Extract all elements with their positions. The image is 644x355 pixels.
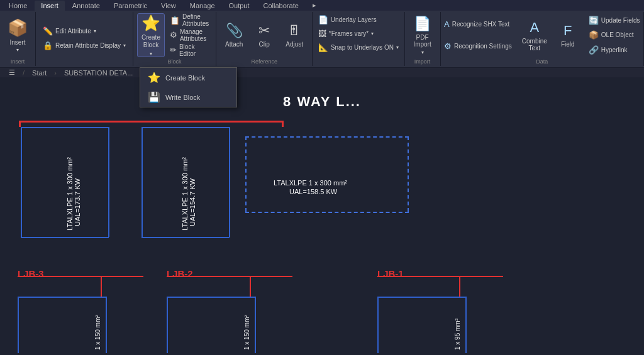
define-attr-label: DefineAttributes <box>182 13 209 27</box>
dropdown-create-block[interactable]: ⭐ Create Block <box>140 68 236 87</box>
ljb2-v <box>250 276 251 298</box>
dashed-bottom <box>245 212 409 213</box>
ljb3-v <box>101 276 102 298</box>
shx-icon: A <box>444 19 450 29</box>
group-underlay: 📄 Underlay Layers 🖼 *Frames vary* ▾ 📐 Sn… <box>313 12 404 66</box>
vblue-ljb2-l <box>167 297 168 353</box>
vblue-3 <box>142 127 143 237</box>
hblue-ljb3-t <box>18 297 106 298</box>
tab-parametric[interactable]: Parametric <box>108 1 153 11</box>
snap-underlays-label: Snap to Underlays ON <box>331 44 394 51</box>
retain-attr-icon: 🔒 <box>43 41 53 50</box>
tab-more[interactable]: ▸ <box>306 0 323 11</box>
group-import: 📄 PDFImport ▾ Import <box>405 12 441 66</box>
adjust-button[interactable]: 🎚 Adjust <box>280 13 308 57</box>
breadcrumb-start[interactable]: Start <box>28 68 50 77</box>
red-top-line <box>19 121 283 123</box>
retain-attribute-button[interactable]: 🔒 Retain Attribute Display ▾ <box>40 40 129 52</box>
edit-attribute-label: Edit Attribute <box>55 28 91 35</box>
dashed-top <box>245 136 409 138</box>
tab-collaborate[interactable]: Collaborate <box>257 1 305 11</box>
snap-icon: 📐 <box>318 43 328 52</box>
hblue-1a <box>21 127 109 128</box>
vblue-ljb1-r <box>465 297 467 353</box>
insert-icon: 📦 <box>8 18 28 38</box>
vblue-1 <box>21 127 22 237</box>
group-data-label: Data <box>445 58 640 65</box>
field-button[interactable]: F Field <box>554 13 582 57</box>
manage-attr-icon: ⚙ <box>170 30 177 40</box>
drawing-canvas[interactable]: 8 WAY L... LTALXLPE 1 x 300 mm² UAL=173.… <box>0 86 644 355</box>
combine-text-label: CombineText <box>522 38 547 52</box>
manage-attributes-button[interactable]: ⚙ ManageAttributes <box>167 29 212 41</box>
ribbon-tab-row: Home Insert Annotate Parametric View Man… <box>0 0 644 11</box>
combine-text-button[interactable]: A CombineText <box>519 13 550 57</box>
attach-button[interactable]: 📎 Attach <box>220 13 248 57</box>
ribbon: Home Insert Annotate Parametric View Man… <box>0 0 644 72</box>
recognition-settings-button[interactable]: ⚙ Recognition Settings <box>441 40 515 53</box>
define-attributes-button[interactable]: 📋 DefineAttributes <box>167 14 212 26</box>
tab-output[interactable]: Output <box>223 1 256 11</box>
pdf-import-button[interactable]: 📄 PDFImport ▾ <box>409 13 436 57</box>
breadcrumb-current[interactable]: SUBSTATION DETA... <box>60 68 136 77</box>
group-data: A Recognize SHX Text ⚙ Recognition Setti… <box>441 12 644 66</box>
frames-icon: 🖼 <box>318 29 326 38</box>
ole-object-button[interactable]: 📦 OLE Object <box>586 29 643 41</box>
recognize-shx-button[interactable]: A Recognize SHX Text <box>441 18 515 30</box>
block-small-buttons: 📋 DefineAttributes ⚙ ManageAttributes ✏ … <box>167 13 212 57</box>
dropdown-write-block[interactable]: 💾 Write Block <box>140 87 236 107</box>
block-dropdown-menu: ⭐ Create Block 💾 Write Block <box>140 67 237 107</box>
vblue-4 <box>229 127 230 237</box>
recognize-shx-label: Recognize SHX Text <box>452 21 510 28</box>
clip-label: Clip <box>259 41 270 48</box>
vblue-2 <box>108 127 109 237</box>
vblue-ljb1-l <box>377 297 379 353</box>
group-block: ⭐ CreateBlock ▾ 📋 DefineAttributes ⚙ Man… <box>133 12 216 66</box>
combine-icon: A <box>530 19 539 36</box>
label-ljb3: LJB-3 <box>18 268 44 279</box>
dropdown-write-label: Write Block <box>165 94 200 101</box>
hblue-ljb2-t <box>167 297 255 298</box>
field-label: Field <box>561 41 575 48</box>
frames-vary-label: *Frames vary* <box>329 30 369 37</box>
pdf-icon: 📄 <box>414 16 431 32</box>
drawing-title: 8 WAY L... <box>283 94 361 110</box>
menu-icon[interactable]: ☰ <box>5 68 19 77</box>
field-icon: F <box>564 23 572 39</box>
insert-button[interactable]: 📦 Insert ▾ <box>3 13 33 57</box>
hyperlink-button[interactable]: 🔗 Hyperlink <box>586 44 643 57</box>
create-block-icon: ⭐ <box>142 14 160 32</box>
insert-label: Insert <box>9 39 25 46</box>
tab-view[interactable]: View <box>155 1 182 11</box>
vblue-ljb3-r <box>106 297 107 353</box>
frames-vary-button[interactable]: 🖼 *Frames vary* ▾ <box>315 27 377 40</box>
create-block-label: CreateBlock <box>142 34 160 49</box>
dropdown-write-icon: 💾 <box>148 91 160 103</box>
red-right-line <box>282 121 284 127</box>
tab-annotate[interactable]: Annotate <box>66 1 106 11</box>
edit-attribute-button[interactable]: ✏️ Edit Attribute ▾ <box>40 25 99 38</box>
clip-button[interactable]: ✂ Clip <box>250 13 278 57</box>
vblue-ljb3-l <box>18 297 19 353</box>
sub-label-1: 1 x 150 mm² <box>94 315 101 350</box>
adjust-icon: 🎚 <box>287 23 301 39</box>
update-fields-label: Update Fields <box>601 17 640 24</box>
tab-manage[interactable]: Manage <box>184 1 221 11</box>
group-attributes: ✏️ Edit Attribute ▾ 🔒 Retain Attribute D… <box>36 12 133 66</box>
dropdown-create-label: Create Block <box>165 74 205 82</box>
snap-underlays-button[interactable]: 📐 Snap to Underlays ON ▾ <box>315 41 402 53</box>
dashed-right <box>408 136 409 212</box>
hyperlink-icon: 🔗 <box>589 45 599 55</box>
label-ljb2: LJB-2 <box>167 268 193 279</box>
tab-insert[interactable]: Insert <box>35 1 65 11</box>
create-block-button[interactable]: ⭐ CreateBlock ▾ <box>137 13 165 57</box>
block-editor-button[interactable]: ✏ BlockEditor <box>167 44 212 57</box>
group-insert: 📦 Insert ▾ Insert <box>0 12 36 66</box>
tab-home[interactable]: Home <box>3 1 33 11</box>
hblue-2a <box>142 127 230 128</box>
underlay-layers-button[interactable]: 📄 Underlay Layers <box>315 13 380 26</box>
update-icon: 🔄 <box>589 16 599 25</box>
update-fields-button[interactable]: 🔄 Update Fields <box>586 14 643 26</box>
red-left-line <box>19 121 21 127</box>
block-editor-label: BlockEditor <box>179 43 196 57</box>
